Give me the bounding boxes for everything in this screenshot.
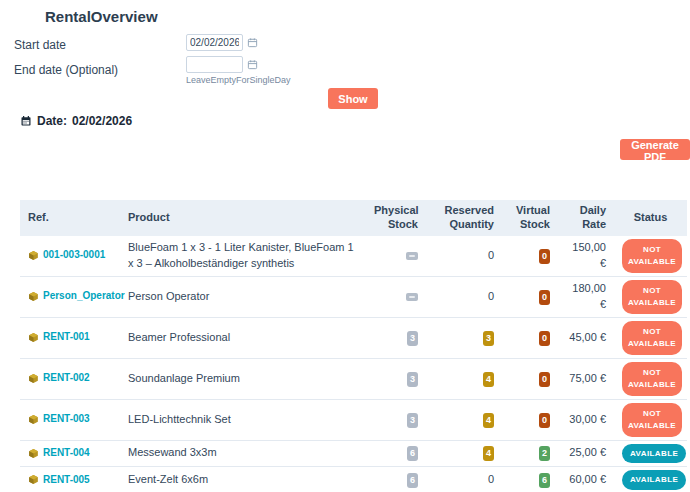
product-icon	[28, 474, 39, 485]
table-row: RENT-002Soundanlage Premium34075,00 €NOT…	[20, 358, 687, 399]
reserved-quantity-cell: 0	[426, 276, 502, 317]
rental-table: Ref. Product Physical Stock Reserved Qua…	[20, 200, 687, 492]
date-value: 02/02/2026	[72, 114, 132, 128]
status-cell: AVAILABLE	[614, 440, 687, 467]
product-icon	[28, 250, 39, 261]
column-header-daily-rate: Daily Rate	[558, 200, 614, 236]
column-header-physical-stock: Physical Stock	[366, 200, 426, 236]
status-cell: AVAILABLE	[614, 467, 687, 492]
empty-stock-chip	[406, 252, 418, 260]
status-badge: NOT AVAILABLE	[622, 403, 682, 437]
stock-badge: 0	[539, 372, 550, 387]
end-date-input[interactable]	[186, 56, 243, 73]
reserved-quantity-cell: 3	[426, 317, 502, 358]
product-cell: Soundanlage Premium	[120, 358, 366, 399]
ref-link[interactable]: RENT-002	[28, 371, 112, 386]
product-cell: Messewand 3x3m	[120, 440, 366, 467]
ref-cell: RENT-002	[20, 358, 120, 399]
stock-badge: 0	[539, 331, 550, 346]
ref-link[interactable]: 001-003-0001	[28, 248, 112, 263]
product-icon	[28, 414, 39, 425]
virtual-stock-cell: 0	[502, 358, 558, 399]
reserved-quantity-cell: 0	[426, 467, 502, 492]
column-header-product: Product	[120, 200, 366, 236]
ref-link[interactable]: RENT-003	[28, 412, 112, 427]
column-header-ref: Ref.	[20, 200, 120, 236]
stock-badge: 2	[539, 446, 550, 461]
reserved-quantity-cell: 4	[426, 399, 502, 440]
ref-link[interactable]: RENT-001	[28, 330, 112, 345]
ref-cell: RENT-001	[20, 317, 120, 358]
product-icon	[28, 373, 39, 384]
virtual-stock-cell: 6	[502, 467, 558, 492]
calendar-icon	[20, 115, 32, 127]
ref-text: Person_Operator	[43, 289, 125, 304]
stock-text: 0	[488, 290, 494, 302]
physical-stock-cell: 3	[366, 317, 426, 358]
selected-date-line: Date: 02/02/2026	[20, 114, 132, 128]
end-date-hint: LeaveEmptyForSingleDay	[186, 75, 291, 85]
status-badge: NOT AVAILABLE	[622, 239, 682, 273]
ref-text: RENT-004	[43, 446, 90, 461]
status-cell: NOT AVAILABLE	[614, 399, 687, 440]
product-icon	[28, 448, 39, 459]
stock-badge: 4	[483, 413, 494, 428]
daily-rate-cell: 75,00 €	[558, 358, 614, 399]
status-cell: NOT AVAILABLE	[614, 358, 687, 399]
physical-stock-cell: 3	[366, 399, 426, 440]
product-icon	[28, 332, 39, 343]
empty-stock-chip	[406, 293, 418, 301]
stock-badge: 3	[407, 331, 418, 346]
status-cell: NOT AVAILABLE	[614, 276, 687, 317]
physical-stock-cell	[366, 236, 426, 277]
product-cell: Event-Zelt 6x6m	[120, 467, 366, 492]
start-date-calendar-button[interactable]	[246, 36, 259, 49]
generate-pdf-button[interactable]: Generate PDF	[620, 139, 690, 160]
end-date-calendar-button[interactable]	[246, 58, 259, 71]
status-cell: NOT AVAILABLE	[614, 236, 687, 277]
stock-badge: 3	[483, 331, 494, 346]
daily-rate-cell: 30,00 €	[558, 399, 614, 440]
ref-text: RENT-005	[43, 473, 90, 488]
ref-text: RENT-001	[43, 330, 90, 345]
ref-text: RENT-002	[43, 371, 90, 386]
calendar-icon	[247, 58, 258, 73]
ref-link[interactable]: Person_Operator	[28, 289, 112, 304]
status-cell: NOT AVAILABLE	[614, 317, 687, 358]
ref-cell: 001-003-0001	[20, 236, 120, 277]
status-badge: NOT AVAILABLE	[622, 362, 682, 396]
table-row: RENT-005Event-Zelt 6x6m60660,00 €AVAILAB…	[20, 467, 687, 492]
ref-link[interactable]: RENT-005	[28, 473, 112, 488]
start-date-label: Start date	[14, 38, 66, 52]
virtual-stock-cell: 0	[502, 399, 558, 440]
daily-rate-cell: 45,00 €	[558, 317, 614, 358]
status-badge: NOT AVAILABLE	[622, 321, 682, 355]
product-cell: LED-Lichttechnik Set	[120, 399, 366, 440]
date-label: Date:	[37, 114, 67, 128]
product-cell: BlueFoam 1 x 3 - 1 Liter Kanister, BlueF…	[120, 236, 366, 277]
stock-badge: 3	[407, 413, 418, 428]
table-header: Ref. Product Physical Stock Reserved Qua…	[20, 200, 687, 236]
ref-cell: RENT-003	[20, 399, 120, 440]
table-row: RENT-001Beamer Professional33045,00 €NOT…	[20, 317, 687, 358]
physical-stock-cell: 6	[366, 467, 426, 492]
stock-badge: 6	[539, 473, 550, 488]
table-row: Person_OperatorPerson Operator00180,00 €…	[20, 276, 687, 317]
start-date-input[interactable]	[186, 34, 243, 51]
column-header-status: Status	[614, 200, 687, 236]
show-button[interactable]: Show	[328, 88, 378, 109]
page-title: RentalOverview	[45, 8, 158, 25]
stock-badge: 4	[483, 372, 494, 387]
daily-rate-cell: 60,00 €	[558, 467, 614, 492]
ref-cell: RENT-005	[20, 467, 120, 492]
table-row: RENT-004Messewand 3x3m64225,00 €AVAILABL…	[20, 440, 687, 467]
daily-rate-cell: 25,00 €	[558, 440, 614, 467]
ref-cell: Person_Operator	[20, 276, 120, 317]
ref-link[interactable]: RENT-004	[28, 446, 112, 461]
rental-overview-page: RentalOverview Start date End date (Opti…	[0, 0, 690, 492]
virtual-stock-cell: 0	[502, 317, 558, 358]
physical-stock-cell: 6	[366, 440, 426, 467]
column-header-virtual-stock: Virtual Stock	[502, 200, 558, 236]
virtual-stock-cell: 0	[502, 276, 558, 317]
product-cell: Person Operator	[120, 276, 366, 317]
